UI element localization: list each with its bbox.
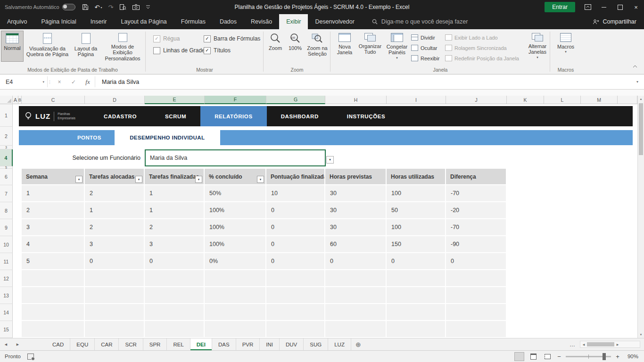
macros-button[interactable]: Macros ▾ [553,31,579,62]
table-header-tarefas-alocadas[interactable]: Tarefas alocadas▾ [85,169,144,184]
row-header-1[interactable]: 1 [0,104,13,127]
table-cell[interactable]: 5 [22,253,84,269]
filter-dropdown-icon[interactable]: ▾ [195,176,202,183]
table-header-pct-concluido[interactable]: % concluído▾ [205,169,265,184]
formula-input[interactable]: Maria da Silva [95,74,631,89]
sheet-tab-sug[interactable]: SUG [304,338,328,350]
hide-button[interactable]: Ocultar [411,43,437,52]
cancel-entry-button[interactable]: × [52,74,66,89]
tab-inserir[interactable]: Inserir [83,14,114,29]
column-header-k[interactable]: K [507,96,544,104]
tab-layout-da-pagina[interactable]: Layout da Página [114,14,173,29]
table-cell-empty[interactable] [446,287,506,303]
sheet-tab-spr[interactable]: SPR [143,338,167,350]
scroll-up-icon[interactable]: ▲ [638,96,644,102]
horizontal-scrollbar[interactable]: ◀ ▶ [580,341,640,348]
row-header-4[interactable]: 4 [0,149,13,166]
column-header-h[interactable]: H [325,96,387,104]
checkbox-regua[interactable]: ✓ Régua [153,35,180,42]
tab-pagina-inicial[interactable]: Página Inicial [34,14,83,29]
tab-dados[interactable]: Dados [213,14,244,29]
table-cell[interactable]: 10 [266,185,324,201]
table-cell[interactable]: 2 [85,219,144,235]
confirm-entry-button[interactable]: ✓ [66,74,81,89]
ribbon-display-options-button[interactable] [580,0,596,14]
checkbox-titulos[interactable]: ✓ Títulos [204,47,231,54]
tab-desenvolvedor[interactable]: Desenvolvedor [308,14,361,29]
filter-dropdown-icon[interactable]: ▾ [257,176,264,183]
table-cell[interactable]: 30 [325,202,386,218]
column-header-a[interactable]: A [13,96,18,104]
macro-record-icon[interactable] [27,354,34,360]
table-cell[interactable]: 2 [85,185,144,201]
sheet-tab-scr[interactable]: SCR [119,338,143,350]
zoom-slider-thumb[interactable] [603,353,606,360]
previous-sheet-icon[interactable]: ◀ [0,338,12,350]
table-cell[interactable]: 1 [22,185,84,201]
sheet-tab-ini[interactable]: INI [260,338,280,350]
scroll-right-icon[interactable]: ▶ [614,343,621,346]
sheet-tab-car[interactable]: CAR [95,338,119,350]
table-cell-empty[interactable] [446,304,506,320]
minimize-button[interactable] [596,0,612,14]
redo-button[interactable]: ↷ [108,4,114,10]
column-header-l[interactable]: L [544,96,581,104]
row-header-8[interactable]: 8 [0,202,13,219]
table-cell-empty[interactable] [205,304,265,320]
table-cell[interactable]: 100% [205,236,265,252]
table-cell-empty[interactable] [22,287,84,303]
checkbox-linhas-de-grade[interactable]: Linhas de Grade [153,47,205,54]
table-cell-empty[interactable] [266,304,324,320]
next-sheet-icon[interactable]: ▶ [12,338,24,350]
sheet-tab-das[interactable]: DAS [212,338,236,350]
row-header-9[interactable]: 9 [0,219,13,236]
row-header-14[interactable]: 14 [0,304,13,321]
undo-button[interactable]: ↶ ▾ [95,4,102,10]
table-cell-empty[interactable] [205,321,265,337]
table-cell[interactable]: 0 [85,253,144,269]
sheet-tab-rel[interactable]: REL [167,338,190,350]
name-box[interactable]: E4 ▾ [0,74,47,89]
horizontal-scroll-thumb[interactable] [587,342,614,346]
vertical-scrollbar[interactable]: ▲ ▼ [637,96,644,338]
column-header-d[interactable]: D [85,96,145,104]
table-cell-empty[interactable] [446,321,506,337]
row-header-6[interactable]: 6 [0,169,13,185]
column-header-e[interactable]: E [145,96,205,104]
table-cell[interactable]: 30 [325,185,386,201]
camera-button[interactable] [132,4,140,10]
sheet-tab-pvr[interactable]: PVR [236,338,260,350]
tab-exibir[interactable]: Exibir [279,14,308,29]
custom-views-button[interactable]: Modos de Exibição Personalizados [101,31,144,62]
table-cell-empty[interactable] [325,321,386,337]
page-layout-button[interactable]: Layout da Página [71,31,100,62]
page-layout-view-toggle[interactable] [528,352,538,361]
table-cell[interactable]: -20 [446,202,506,218]
table-cell[interactable]: 30 [325,219,386,235]
zoom-button[interactable]: Zoom [265,31,286,62]
scroll-down-icon[interactable]: ▼ [638,331,644,338]
table-cell-empty[interactable] [266,287,324,303]
table-cell-empty[interactable] [85,304,144,320]
table-cell[interactable]: 1 [85,202,144,218]
table-cell-empty[interactable] [205,270,265,286]
tab-revisao[interactable]: Revisão [244,14,279,29]
table-cell-empty[interactable] [325,304,386,320]
vertical-scroll-thumb[interactable] [639,103,643,155]
table-cell[interactable]: 0 [266,219,324,235]
table-cell[interactable]: 1 [145,202,204,218]
new-window-button[interactable]: Nova Janela [333,31,356,62]
table-cell[interactable]: 60 [325,236,386,252]
select-all-corner[interactable] [0,96,13,104]
column-header-m[interactable]: M [581,96,618,104]
sheet-tab-dei[interactable]: DEI [190,338,212,350]
table-cell[interactable]: 2 [22,202,84,218]
share-button[interactable]: Compartilhar [593,14,636,29]
switch-windows-button[interactable]: Alternar Janelas ▾ [525,31,550,62]
table-cell[interactable]: 0 [145,253,204,269]
table-cell[interactable]: 0% [205,253,265,269]
table-cell-empty[interactable] [205,287,265,303]
zoom-level-label[interactable]: 90% [624,354,638,359]
table-cell-empty[interactable] [387,321,445,337]
table-cell[interactable]: 100 [387,219,445,235]
